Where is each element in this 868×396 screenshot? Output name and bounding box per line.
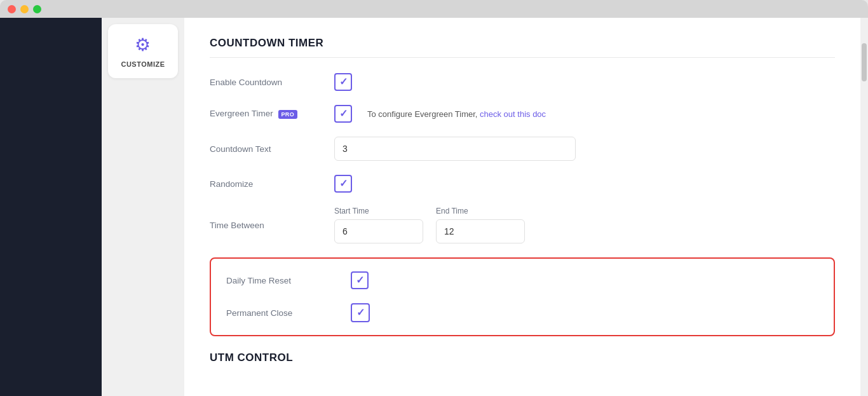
start-time-field: Start Time — [334, 207, 423, 243]
evergreen-doc-link[interactable]: check out this doc — [480, 109, 546, 119]
pro-badge: PRO — [278, 110, 297, 119]
end-time-label: End Time — [436, 207, 525, 215]
enable-countdown-checkbox[interactable]: ✓ — [334, 73, 352, 91]
daily-time-reset-label: Daily Time Reset — [226, 276, 341, 285]
permanent-close-label: Permanent Close — [226, 308, 341, 318]
minimize-button[interactable] — [20, 5, 29, 13]
countdown-timer-title: COUNTDOWN TIMER — [210, 37, 835, 58]
app-container: ⚙ CUSTOMIZE COUNTDOWN TIMER Enable Count… — [0, 18, 868, 396]
time-between-group: Start Time End Time — [334, 207, 525, 243]
evergreen-timer-label: Evergreen Timer PRO — [210, 109, 324, 118]
enable-countdown-row: Enable Countdown ✓ — [210, 73, 835, 91]
highlighted-section: Daily Time Reset ✓ Permanent Close ✓ — [210, 257, 835, 336]
scrollbar-track[interactable] — [860, 18, 868, 396]
checkmark-icon: ✓ — [339, 77, 348, 87]
permanent-close-row: Permanent Close ✓ — [226, 303, 818, 322]
daily-time-reset-row: Daily Time Reset ✓ — [226, 271, 818, 289]
end-time-field: End Time — [436, 207, 525, 243]
evergreen-info-text: To configure Evergreen Timer, check out … — [367, 109, 546, 119]
start-time-input[interactable] — [334, 219, 423, 243]
customize-nav-item[interactable]: ⚙ CUSTOMIZE — [108, 24, 177, 78]
daily-time-reset-checkbox[interactable]: ✓ — [351, 271, 369, 289]
main-content: COUNTDOWN TIMER Enable Countdown ✓ Everg… — [184, 18, 860, 396]
utm-control-title: UTM CONTROL — [210, 352, 835, 364]
evergreen-timer-row: Evergreen Timer PRO ✓ To configure Everg… — [210, 105, 835, 123]
time-between-label: Time Between — [210, 221, 324, 230]
checkmark-icon: ✓ — [339, 179, 348, 189]
countdown-text-label: Countdown Text — [210, 144, 324, 154]
end-time-input[interactable] — [436, 219, 525, 243]
start-time-label: Start Time — [334, 207, 423, 215]
randomize-row: Randomize ✓ — [210, 175, 835, 193]
sidebar-dark — [0, 18, 102, 396]
enable-countdown-label: Enable Countdown — [210, 78, 324, 87]
close-button[interactable] — [8, 5, 16, 13]
randomize-label: Randomize — [210, 179, 324, 189]
time-between-row: Time Between Start Time End Time — [210, 207, 835, 243]
countdown-text-row: Countdown Text — [210, 137, 835, 161]
checkmark-icon: ✓ — [356, 275, 364, 285]
gear-icon: ⚙ — [135, 34, 151, 55]
evergreen-timer-checkbox[interactable]: ✓ — [334, 105, 352, 123]
scrollbar-thumb[interactable] — [862, 43, 867, 81]
sidebar-panel: ⚙ CUSTOMIZE — [102, 18, 184, 396]
title-bar — [0, 0, 868, 18]
maximize-button[interactable] — [33, 5, 41, 13]
randomize-checkbox[interactable]: ✓ — [334, 175, 352, 193]
checkmark-icon: ✓ — [339, 109, 348, 119]
countdown-text-input[interactable] — [334, 137, 576, 161]
permanent-close-checkbox[interactable]: ✓ — [351, 303, 370, 322]
customize-label: CUSTOMIZE — [121, 60, 165, 68]
checkmark-icon: ✓ — [356, 308, 365, 318]
